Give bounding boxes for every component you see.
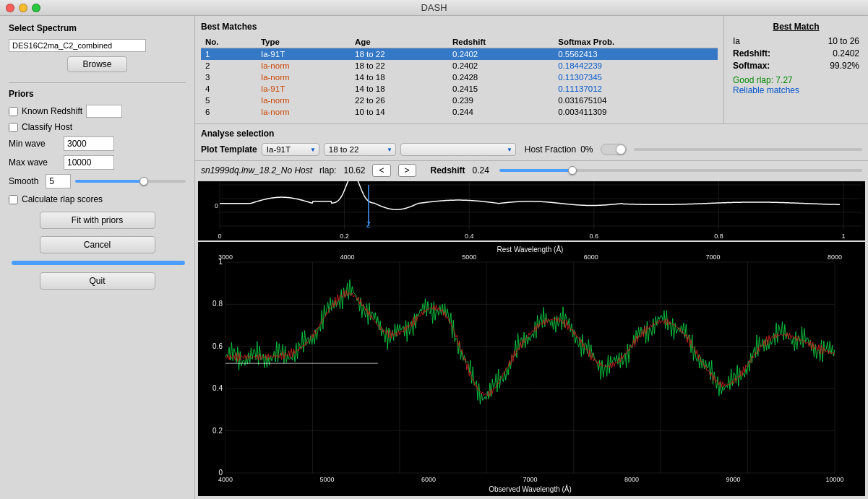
right-panel: Best Matches No. Type Age Redshift Softm… [195, 16, 868, 499]
host-fraction-label: Host Fraction [525, 144, 576, 155]
smooth-slider-thumb[interactable] [139, 177, 148, 186]
redshift-slider-thumb[interactable] [568, 166, 577, 175]
cell-no: 3 [201, 71, 257, 83]
spectrum-info-row: sn1999dq.lnw_18.2_No Host rlap: 10.62 < … [195, 161, 868, 180]
age-dropdown[interactable]: 18 to 22 14 to 18 22 to 26 10 to 14 [324, 143, 396, 156]
analyse-controls: Plot Template Ia-91T Ia-norm Ib Ic II 18… [201, 143, 862, 156]
analyse-section: Analyse selection Plot Template Ia-91T I… [195, 124, 868, 161]
redshift-value: 0.24 [473, 165, 489, 175]
select-spectrum-label: Select Spectrum [9, 23, 186, 33]
progress-bar [12, 261, 185, 265]
col-type: Type [257, 36, 351, 48]
bm-type-row: Ia 10 to 26 [733, 36, 859, 46]
top-plot-canvas [198, 181, 865, 240]
known-redshift-row: Known Redshift [9, 105, 186, 118]
calculate-rlap-checkbox[interactable] [9, 195, 18, 204]
third-dropdown[interactable] [400, 143, 516, 156]
matches-panel: Best Matches No. Type Age Redshift Softm… [195, 16, 723, 123]
cell-no: 5 [201, 95, 257, 106]
calculate-rlap-row: Calculate rlap scores [9, 194, 186, 204]
bm-softmax-value: 99.92% [830, 61, 859, 71]
table-row[interactable]: 5 Ia-norm 22 to 26 0.239 0.031675104 [201, 95, 718, 106]
progress-bar-container [12, 261, 183, 265]
window-title: DASH [421, 2, 447, 13]
minimize-button[interactable] [19, 4, 27, 12]
table-row[interactable]: 6 Ia-norm 10 to 14 0.244 0.003411309 [201, 106, 718, 118]
spectrum-name: sn1999dq.lnw_18.2_No Host [201, 165, 312, 175]
age-dropdown-wrapper[interactable]: 18 to 22 14 to 18 22 to 26 10 to 14 [324, 143, 396, 156]
cancel-button[interactable]: Cancel [40, 236, 155, 253]
cell-prob: 0.11137012 [554, 83, 718, 95]
cell-no: 1 [201, 48, 257, 61]
next-button[interactable]: > [398, 164, 416, 177]
cell-redshift: 0.244 [448, 106, 554, 118]
cell-type: Ia-91T [257, 83, 351, 95]
cell-prob: 0.5562413 [554, 48, 718, 61]
max-wave-input[interactable] [64, 155, 114, 170]
priors-label: Priors [9, 89, 186, 99]
col-no: No. [201, 36, 257, 48]
quit-button[interactable]: Quit [40, 272, 155, 290]
bm-type: Ia [733, 36, 740, 46]
cell-redshift: 0.2415 [448, 83, 554, 95]
bm-softmax-label: Softmax: [733, 61, 770, 71]
redshift-label: Redshift [431, 165, 465, 175]
cell-age: 22 to 26 [351, 95, 448, 106]
matches-table: No. Type Age Redshift Softmax Prob. 1 Ia… [201, 36, 718, 118]
table-row[interactable]: 2 Ia-norm 18 to 22 0.2402 0.18442239 [201, 60, 718, 71]
cell-prob: 0.003411309 [554, 106, 718, 118]
browse-button[interactable]: Browse [67, 56, 126, 72]
cell-type: Ia-norm [257, 71, 351, 83]
close-button[interactable] [6, 4, 14, 12]
cell-no: 4 [201, 83, 257, 95]
cell-prob: 0.031675104 [554, 95, 718, 106]
bm-rlap-text: Good rlap: 7.27 [733, 75, 793, 85]
cell-redshift: 0.2428 [448, 71, 554, 83]
cell-age: 10 to 14 [351, 106, 448, 118]
window-controls[interactable] [6, 4, 40, 12]
min-wave-input[interactable] [64, 136, 114, 151]
cell-no: 6 [201, 106, 257, 118]
classify-host-row: Classify Host [9, 122, 186, 132]
cell-age: 18 to 22 [351, 60, 448, 71]
cell-age: 14 to 18 [351, 71, 448, 83]
smooth-slider-track[interactable] [75, 180, 186, 183]
host-fraction-toggle[interactable] [601, 144, 627, 155]
type-dropdown[interactable]: Ia-91T Ia-norm Ib Ic II [262, 143, 319, 156]
analyse-title: Analyse selection [201, 129, 862, 139]
cell-age: 18 to 22 [351, 48, 448, 61]
cell-redshift: 0.2402 [448, 48, 554, 61]
classify-host-label: Classify Host [22, 122, 72, 132]
known-redshift-input[interactable] [86, 105, 122, 118]
max-wave-label: Max wave [9, 157, 59, 168]
bottom-plot [198, 242, 865, 496]
host-fraction-value: 0% [580, 144, 593, 155]
classify-host-checkbox[interactable] [9, 123, 18, 132]
redshift-slider-track[interactable] [499, 169, 862, 172]
table-row[interactable]: 1 Ia-91T 18 to 22 0.2402 0.5562413 [201, 48, 718, 61]
known-redshift-label: Known Redshift [22, 106, 82, 116]
best-matches-title: Best Matches [201, 22, 718, 32]
calculate-rlap-label: Calculate rlap scores [22, 194, 103, 204]
fit-with-priors-button[interactable]: Fit with priors [40, 212, 155, 229]
table-row[interactable]: 4 Ia-91T 14 to 18 0.2415 0.11137012 [201, 83, 718, 95]
host-slider-track[interactable] [634, 148, 863, 151]
cell-type: Ia-norm [257, 106, 351, 118]
type-dropdown-wrapper[interactable]: Ia-91T Ia-norm Ib Ic II [262, 143, 319, 156]
top-plot [198, 181, 865, 240]
bm-softmax-row: Softmax: 99.92% [733, 61, 859, 71]
min-wave-row: Min wave [9, 136, 186, 151]
spectrum-input[interactable] [9, 39, 146, 52]
best-match-title: Best Match [733, 22, 859, 32]
table-row[interactable]: 3 Ia-norm 14 to 18 0.2428 0.11307345 [201, 71, 718, 83]
top-section: Best Matches No. Type Age Redshift Softm… [195, 16, 868, 124]
third-dropdown-wrapper[interactable] [400, 143, 516, 156]
toggle-thumb [616, 144, 626, 155]
smooth-input[interactable] [46, 174, 71, 188]
prev-button[interactable]: < [372, 164, 390, 177]
max-wave-row: Max wave [9, 155, 186, 170]
maximize-button[interactable] [32, 4, 40, 12]
known-redshift-checkbox[interactable] [9, 107, 18, 116]
bm-redshift-row: Redshift: 0.2402 [733, 48, 859, 58]
cell-type: Ia-norm [257, 95, 351, 106]
